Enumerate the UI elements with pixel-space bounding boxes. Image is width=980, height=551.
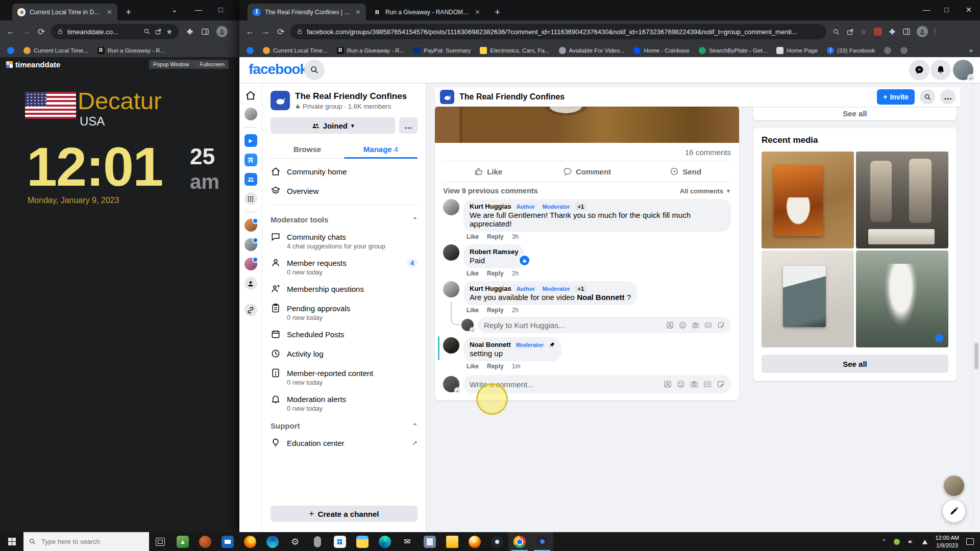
view-previous-comments[interactable]: View 9 previous comments bbox=[443, 187, 538, 195]
reload-icon[interactable]: ⟳ bbox=[273, 27, 288, 37]
comment-like[interactable]: Like bbox=[467, 363, 479, 370]
group-avatar-small[interactable] bbox=[440, 90, 454, 104]
share-icon[interactable] bbox=[846, 28, 854, 36]
address-bar[interactable]: facebook.com/groups/398587654154576/post… bbox=[290, 24, 826, 39]
fullscreen-button[interactable]: ⛶Fullscreen bbox=[190, 60, 229, 69]
taskbar-edge-beta-icon[interactable] bbox=[374, 532, 396, 551]
taskbar-app-icon[interactable] bbox=[194, 532, 216, 551]
comment-reply[interactable]: Reply bbox=[487, 363, 504, 370]
globe-bookmark-icon[interactable] bbox=[900, 47, 908, 54]
globe-bookmark-icon[interactable] bbox=[884, 47, 891, 54]
tab-random-org[interactable]: R Run a Giveaway - RANDOM.ORG ✕ bbox=[368, 4, 485, 20]
emoji-icon[interactable] bbox=[677, 380, 685, 388]
taskbar-search[interactable] bbox=[23, 532, 149, 551]
taskbar-photos-icon[interactable]: ▲ bbox=[172, 532, 194, 551]
taskbar-firefox2-icon[interactable] bbox=[463, 532, 486, 551]
tray-app-icon[interactable] bbox=[894, 539, 900, 545]
window-close-icon[interactable]: ✕ bbox=[966, 5, 972, 14]
side-panel-icon[interactable] bbox=[201, 28, 209, 36]
commenter-avatar[interactable] bbox=[443, 199, 459, 215]
taskbar-mail-icon[interactable]: ✉ bbox=[396, 532, 419, 551]
avatar-sticker-icon[interactable] bbox=[664, 380, 672, 388]
forward-icon[interactable]: → bbox=[18, 27, 34, 37]
section-moderator-tools[interactable]: Moderator tools⌃ bbox=[271, 209, 418, 227]
media-thumbnail[interactable] bbox=[762, 251, 854, 347]
shortcut-group-avatar[interactable] bbox=[244, 258, 257, 270]
bookmark-item[interactable]: f(33) Facebook bbox=[827, 47, 875, 54]
see-all-button[interactable]: See all bbox=[762, 355, 948, 373]
rail-profile-avatar[interactable] bbox=[244, 108, 257, 120]
comment-like[interactable]: Like bbox=[467, 270, 479, 277]
facebook-logo[interactable]: facebook bbox=[249, 61, 307, 78]
mention-link[interactable]: Noal Bonnett bbox=[577, 293, 624, 302]
menu-grid-icon[interactable] bbox=[244, 192, 257, 205]
group-avatar[interactable] bbox=[271, 91, 290, 110]
reply-avatar[interactable]: ⌄ bbox=[461, 319, 474, 331]
tab-facebook[interactable]: f The Real Friendly Confines | Rick ✕ bbox=[248, 4, 366, 20]
timeanddate-logo[interactable]: timeanddate bbox=[6, 60, 60, 69]
search-input[interactable] bbox=[40, 537, 139, 546]
taskbar-mail-app-icon[interactable] bbox=[216, 532, 239, 551]
joined-button[interactable]: Joined ▾ bbox=[271, 117, 395, 134]
tab-close-icon[interactable]: ✕ bbox=[475, 8, 480, 16]
extensions-puzzle-icon[interactable] bbox=[186, 28, 194, 36]
camera-icon[interactable] bbox=[692, 321, 699, 329]
messenger-button[interactable] bbox=[909, 60, 929, 80]
forward-icon[interactable]: → bbox=[258, 27, 273, 37]
sticker-icon[interactable] bbox=[717, 321, 725, 329]
profile-avatar[interactable] bbox=[917, 26, 928, 37]
like-button[interactable]: Like bbox=[439, 167, 537, 176]
titlebar[interactable]: f The Real Friendly Confines | Rick ✕ R … bbox=[239, 0, 980, 20]
groups-icon[interactable] bbox=[244, 173, 257, 186]
invite-button[interactable]: +Invite bbox=[877, 89, 915, 105]
commenter-avatar[interactable] bbox=[443, 244, 459, 261]
comment-like[interactable]: Like bbox=[467, 233, 479, 240]
camera-icon[interactable] bbox=[690, 380, 698, 388]
emoji-icon[interactable] bbox=[679, 321, 687, 329]
action-center-icon[interactable] bbox=[966, 538, 974, 545]
back-icon[interactable]: ← bbox=[3, 27, 18, 37]
sidebar-item-education-center[interactable]: Education center↗ bbox=[271, 433, 418, 453]
bookmark-star-icon[interactable]: ★ bbox=[166, 28, 173, 36]
bookmark-item[interactable]: Current Local Time... bbox=[23, 47, 88, 54]
task-view-button[interactable] bbox=[149, 532, 172, 551]
people-icon[interactable] bbox=[244, 277, 257, 290]
start-button[interactable] bbox=[0, 532, 23, 551]
taskbar-steam-icon[interactable] bbox=[486, 532, 508, 551]
facebook-search-button[interactable] bbox=[304, 60, 325, 80]
chat-contact-avatar[interactable] bbox=[944, 475, 964, 496]
scrollbar-thumb[interactable] bbox=[974, 343, 978, 369]
commenter-avatar[interactable] bbox=[443, 281, 459, 297]
tray-chevron-up-icon[interactable]: ⌃ bbox=[881, 538, 886, 545]
commenter-name[interactable]: Robert Ramsey bbox=[470, 248, 518, 256]
taskbar-explorer-icon[interactable] bbox=[351, 532, 374, 551]
taskbar-edge-icon[interactable] bbox=[261, 532, 284, 551]
send-button[interactable]: Send bbox=[636, 167, 735, 176]
taskbar-chrome-icon[interactable] bbox=[508, 532, 531, 551]
like-reaction-chip[interactable] bbox=[519, 255, 530, 266]
comment-bubble[interactable]: Noal BonnettModerator setting up bbox=[463, 337, 561, 361]
comment-bubble[interactable]: Robert Ramsey Paid bbox=[463, 244, 524, 268]
gif-icon[interactable]: GIF bbox=[703, 380, 712, 388]
taskbar-settings-icon[interactable]: ⚙ bbox=[284, 532, 306, 551]
reply-input[interactable]: Reply to Kurt Huggias... GIF bbox=[478, 317, 731, 333]
new-tab-button[interactable]: + bbox=[126, 7, 131, 18]
taskbar-clock[interactable]: 12:00 AM1/9/2023 bbox=[936, 534, 959, 549]
bookmark-item[interactable]: RRun a Giveaway - R... bbox=[97, 47, 165, 54]
sidebar-item-community-home[interactable]: Community home bbox=[271, 162, 418, 181]
bookmarks-overflow-icon[interactable]: » bbox=[969, 46, 973, 54]
my-avatar[interactable]: ⌄ bbox=[443, 376, 459, 392]
volume-icon[interactable] bbox=[907, 538, 914, 545]
back-icon[interactable]: ← bbox=[242, 27, 258, 37]
extensions-puzzle-icon[interactable] bbox=[888, 28, 896, 36]
taskbar-obs-icon[interactable] bbox=[531, 532, 553, 551]
window-minimize-icon[interactable]: — bbox=[195, 5, 202, 14]
tab-browse[interactable]: Browse bbox=[271, 145, 344, 154]
media-thumbnail[interactable] bbox=[856, 152, 948, 248]
comments-sort-dropdown[interactable]: All comments▼ bbox=[680, 187, 731, 195]
reload-icon[interactable]: ⟳ bbox=[34, 27, 49, 37]
zoom-icon[interactable] bbox=[143, 28, 151, 35]
menu-dots-icon[interactable]: … bbox=[933, 28, 941, 36]
search-url-icon[interactable] bbox=[832, 28, 840, 36]
bookmark-star-icon[interactable]: ☆ bbox=[860, 28, 867, 36]
